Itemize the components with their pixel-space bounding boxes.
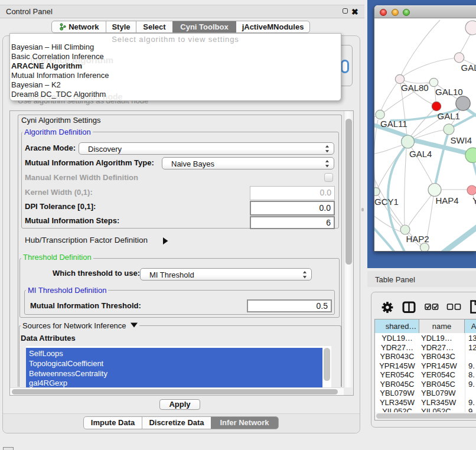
svg-text:GAL2: GAL2 [461, 63, 476, 73]
svg-text:GCY1: GCY1 [374, 197, 399, 207]
svg-text:HAP4: HAP4 [436, 195, 459, 206]
svg-text:GAL4: GAL4 [409, 149, 432, 159]
svg-text:GAL11: GAL11 [380, 119, 407, 129]
svg-text:HAP2: HAP2 [406, 234, 429, 244]
svg-text:SWI4: SWI4 [451, 135, 472, 145]
svg-text:GAL80: GAL80 [401, 83, 429, 93]
svg-text:GAL10: GAL10 [435, 87, 463, 97]
svg-text:GAL1: GAL1 [438, 111, 460, 121]
svg-text:YM: YM [472, 195, 476, 206]
